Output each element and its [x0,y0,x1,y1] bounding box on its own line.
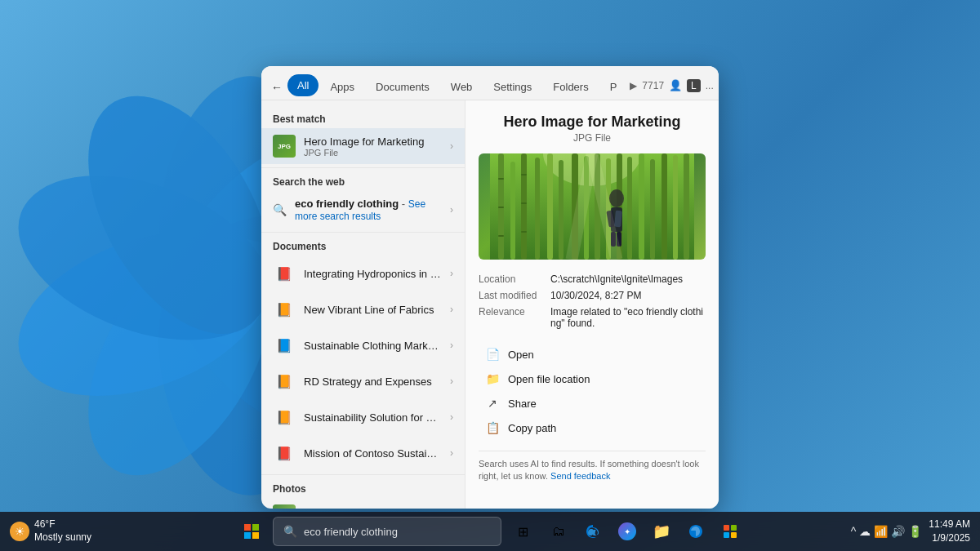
store-button[interactable] [715,517,745,546]
taskbar-left: ☀ 46°F Mostly sunny [10,518,124,544]
tab-l[interactable]: L [687,79,701,92]
doc-icon-3: 📙 [273,370,296,393]
meta-key-modified: Last modified [479,290,544,301]
tab-number[interactable]: 7717 [642,80,664,91]
feedback-link[interactable]: Send feedback [550,471,610,481]
taskbar-search-text: eco friendly clothing [304,526,398,538]
battery-icon[interactable]: 🔋 [908,525,922,538]
copilot-taskbar-button[interactable]: ✦ [612,517,642,546]
tab-more[interactable]: ... [706,80,714,91]
play-icon[interactable]: ▶ [630,80,637,91]
photo-item-0[interactable]: RCZ_2189 › [261,498,465,509]
svg-rect-44 [252,524,259,531]
divider-2 [261,232,465,233]
best-match-item[interactable]: JPG Hero Image for Marketing JPG File › [261,128,465,164]
svg-rect-30 [498,207,504,208]
doc-title-4: Sustainability Solution for Future ... [304,411,442,424]
clock-time: 11:49 AM [929,518,970,531]
tab-folders[interactable]: Folders [543,76,598,98]
svg-rect-15 [535,158,540,260]
meta-val-relevance: Image related to "eco friendly clothing"… [550,306,706,329]
web-search-text-container: eco friendly clothing - See more search … [295,198,442,222]
doc-icon-2-inner: 📘 [276,338,292,353]
edge-taskbar-button[interactable] [681,517,710,546]
network-icon[interactable]: ☁ [859,525,871,538]
pdf-icon-0: 📕 [276,266,292,282]
taskbar-center: 🔍 eco friendly clothing ⊞ 🗂 ✦ 📁 [235,515,745,548]
doc-item-4[interactable]: 📙 Sustainability Solution for Future ...… [261,399,465,435]
system-tray-icons: ^ ☁ 📶 🔊 🔋 [851,525,923,538]
doc-title-5: Mission of Contoso Sustainable F... [304,447,442,460]
photo-icon-0 [273,504,296,509]
task-view-button[interactable]: ⊞ [506,515,539,548]
preview-image-container [479,153,706,260]
svg-rect-45 [244,532,251,539]
meta-val-location: C:\scratch\Ignite\Ignite\Images [550,273,683,285]
web-search-query: eco friendly clothing - See more search … [295,198,442,222]
doc-icon-1: 📙 [273,298,296,321]
tab-all[interactable]: All [287,74,318,96]
doc-title-3: RD Strategy and Expenses [304,375,442,388]
ppt-icon-3: 📙 [276,374,292,389]
svg-rect-25 [650,159,655,260]
edge-button[interactable] [578,517,608,546]
doc-item-5[interactable]: 📕 Mission of Contoso Sustainable F... › [261,435,465,471]
action-open[interactable]: 📄 Open [479,343,706,366]
doc-item-1[interactable]: 📙 New Vibrant Line of Fabrics › [261,291,465,327]
action-share[interactable]: ↗ Share [479,392,706,415]
best-match-label: Best match [261,109,465,128]
preview-subtitle: JPG File [479,132,706,144]
divider-3 [261,474,465,475]
tab-documents[interactable]: Documents [366,76,439,98]
widgets-button[interactable]: 🗂 [544,517,573,546]
doc-text-0: Integrating Hydroponics in Manu... [304,268,442,280]
svg-rect-27 [673,155,678,260]
doc-icon-5: 📕 [273,442,296,464]
svg-rect-31 [498,235,504,237]
doc-item-2[interactable]: 📘 Sustainable Clothing Marketing ... › [261,327,465,363]
tab-person-icon[interactable]: 👤 [669,79,682,91]
doc-title-0: Integrating Hydroponics in Manu... [304,268,442,280]
clock[interactable]: 11:49 AM 1/9/2025 [929,518,970,545]
taskbar-search-bar[interactable]: 🔍 eco friendly clothing [273,517,501,546]
file-explorer-button[interactable]: 📁 [647,517,676,546]
doc-text-1: New Vibrant Line of Fabrics [304,304,442,316]
tab-apps[interactable]: Apps [320,76,364,98]
tab-p[interactable]: P [600,76,627,98]
weather-widget[interactable]: ☀ 46°F Mostly sunny [10,518,91,544]
pdf-icon-5: 📕 [276,446,292,461]
svg-rect-28 [684,153,689,260]
start-button[interactable] [235,515,268,548]
doc-item-3[interactable]: 📙 RD Strategy and Expenses › [261,363,465,399]
svg-rect-49 [724,532,729,538]
svg-rect-17 [559,160,564,260]
tray-chevron[interactable]: ^ [851,525,857,538]
svg-rect-16 [547,153,553,260]
svg-rect-50 [731,532,737,538]
best-match-icon: JPG [273,135,296,158]
action-copy-path[interactable]: 📋 Copy path [479,416,706,439]
copy-path-icon: 📋 [485,421,500,434]
web-chevron: › [450,204,453,216]
share-icon: ↗ [485,397,500,410]
svg-rect-34 [521,231,527,233]
doc-text-5: Mission of Contoso Sustainable F... [304,447,442,460]
volume-icon[interactable]: 🔊 [891,525,905,538]
clock-date: 1/9/2025 [932,531,970,545]
meta-key-location: Location [479,273,544,285]
tab-settings[interactable]: Settings [483,76,541,98]
doc-item-0[interactable]: 📕 Integrating Hydroponics in Manu... › [261,256,465,291]
weather-text: 46°F Mostly sunny [34,518,91,544]
preview-title: Hero Image for Marketing [479,113,706,131]
action-open-location[interactable]: 📁 Open file location [479,367,706,390]
tab-web[interactable]: Web [441,76,483,98]
svg-rect-29 [498,178,504,180]
meta-key-relevance: Relevance [479,306,544,329]
wifi-icon[interactable]: 📶 [874,525,888,538]
search-web-item[interactable]: 🔍 eco friendly clothing - See more searc… [261,191,465,229]
doc-chevron-2: › [450,340,453,351]
ppt-icon-1: 📙 [276,302,292,318]
back-button[interactable]: ← [271,76,283,99]
doc-icon-4: 📙 [273,406,296,429]
documents-label: Documents [261,236,465,256]
